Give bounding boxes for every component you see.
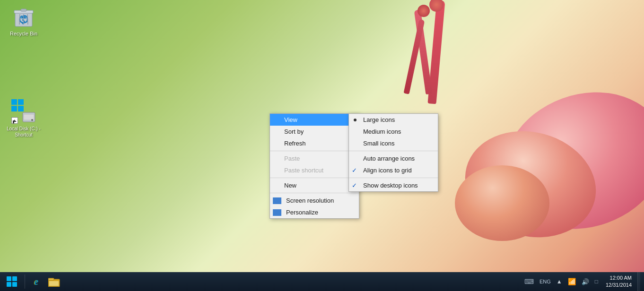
taskbar: e ⌨ ENG ▲ 📶 🔊 □ 12:00 AM 12/31/2014 xyxy=(0,272,644,291)
taskbar-up-arrow[interactable]: ▲ xyxy=(555,277,564,286)
svg-rect-7 xyxy=(18,99,24,105)
flower-petal xyxy=(455,165,549,241)
menu-item-paste-shortcut-label: Paste shortcut xyxy=(284,167,323,174)
recycle-bin-image xyxy=(11,4,36,28)
menu-item-large-icons-label: Large icons xyxy=(363,116,395,123)
menu-item-paste[interactable]: Paste xyxy=(270,153,359,164)
taskbar-action-center-icon[interactable]: □ xyxy=(593,277,600,286)
menu-item-paste-shortcut[interactable]: Paste shortcut xyxy=(270,164,359,176)
menu-item-small-icons-label: Small icons xyxy=(363,140,394,147)
personalize-icon xyxy=(273,209,281,216)
menu-item-align-icons-label: Align icons to grid xyxy=(363,167,412,174)
menu-item-show-desktop[interactable]: ✓ Show desktop icons xyxy=(349,180,438,191)
menu-separator xyxy=(270,178,359,178)
menu-item-personalize[interactable]: Personalize xyxy=(270,206,359,218)
win-logo-q2 xyxy=(12,276,17,281)
start-button[interactable] xyxy=(0,272,24,291)
clock-time: 12:00 AM xyxy=(606,274,632,282)
svg-rect-8 xyxy=(11,106,17,111)
local-disk-label: Local Disk (C:) -Shortcut xyxy=(7,126,41,138)
menu-item-new[interactable]: New ▶ xyxy=(270,180,359,191)
menu-item-screen-resolution-label: Screen resolution xyxy=(284,197,334,204)
screen-resolution-icon xyxy=(273,197,281,204)
ie-icon: e xyxy=(35,276,39,287)
windows-logo xyxy=(7,276,17,287)
recycle-bin-label: Recycle Bin xyxy=(10,30,37,37)
menu-item-medium-icons-label: Medium icons xyxy=(363,128,401,135)
desktop[interactable]: Recycle Bin xyxy=(0,0,644,291)
menu-item-sort-by-label: Sort by xyxy=(284,128,304,135)
menu-separator xyxy=(270,193,359,193)
taskbar-speaker-icon[interactable]: 🔊 xyxy=(580,277,591,286)
menu-item-view[interactable]: View ▶ xyxy=(270,114,359,126)
taskbar-clock[interactable]: 12:00 AM 12/31/2014 xyxy=(602,274,635,290)
align-icons-check: ✓ xyxy=(352,167,357,174)
menu-separator xyxy=(270,151,359,151)
taskbar-apps: e xyxy=(26,274,276,290)
svg-line-5 xyxy=(27,14,28,25)
recycle-bin-icon[interactable]: Recycle Bin xyxy=(5,4,43,37)
taskbar-network-icon[interactable]: 📶 xyxy=(566,277,578,286)
taskbar-explorer-button[interactable] xyxy=(46,274,63,290)
taskbar-separator xyxy=(25,274,25,289)
context-menu: View ▶ Sort by ▶ Refresh Paste Paste sho… xyxy=(270,113,359,219)
local-disk-image xyxy=(11,99,36,124)
menu-item-medium-icons[interactable]: Medium icons xyxy=(349,126,438,137)
view-submenu: Large icons Medium icons Small icons Aut… xyxy=(348,113,438,192)
menu-item-auto-arrange[interactable]: Auto arrange icons xyxy=(349,153,438,164)
menu-item-new-label: New xyxy=(284,182,296,189)
menu-item-show-desktop-label: Show desktop icons xyxy=(363,182,418,189)
menu-item-refresh-label: Refresh xyxy=(284,140,306,147)
svg-rect-15 xyxy=(49,281,59,286)
taskbar-ie-button[interactable]: e xyxy=(28,274,45,290)
clock-date: 12/31/2014 xyxy=(606,282,632,289)
taskbar-input-method[interactable]: ENG xyxy=(538,278,553,285)
menu-item-auto-arrange-label: Auto arrange icons xyxy=(363,155,415,162)
win-logo-q3 xyxy=(7,282,11,287)
svg-rect-6 xyxy=(11,99,17,105)
menu-item-paste-label: Paste xyxy=(284,155,300,162)
menu-item-screen-resolution[interactable]: Screen resolution xyxy=(270,195,359,206)
menu-separator xyxy=(349,178,438,178)
show-desktop-check: ✓ xyxy=(352,182,357,189)
menu-item-refresh[interactable]: Refresh xyxy=(270,137,359,149)
local-disk-icon[interactable]: Local Disk (C:) -Shortcut xyxy=(5,99,43,138)
menu-item-sort-by[interactable]: Sort by ▶ xyxy=(270,126,359,137)
menu-item-align-icons[interactable]: ✓ Align icons to grid xyxy=(349,164,438,176)
show-desktop-button[interactable] xyxy=(637,272,640,291)
win-logo-q1 xyxy=(7,276,11,281)
svg-rect-2 xyxy=(21,9,26,11)
menu-item-personalize-label: Personalize xyxy=(284,209,318,216)
win-logo-q4 xyxy=(12,282,17,287)
explorer-icon xyxy=(48,276,61,287)
svg-line-3 xyxy=(19,14,20,25)
menu-item-large-icons[interactable]: Large icons xyxy=(349,114,438,126)
flower-stamen-tip xyxy=(418,5,430,17)
svg-point-12 xyxy=(31,119,33,121)
menu-separator xyxy=(349,151,438,151)
menu-item-view-label: View xyxy=(284,116,297,123)
svg-rect-14 xyxy=(48,278,54,280)
large-icons-radio xyxy=(354,119,357,121)
menu-item-small-icons[interactable]: Small icons xyxy=(349,137,438,149)
taskbar-right: ⌨ ENG ▲ 📶 🔊 □ 12:00 AM 12/31/2014 xyxy=(522,272,644,291)
taskbar-keyboard-icon[interactable]: ⌨ xyxy=(522,277,536,286)
